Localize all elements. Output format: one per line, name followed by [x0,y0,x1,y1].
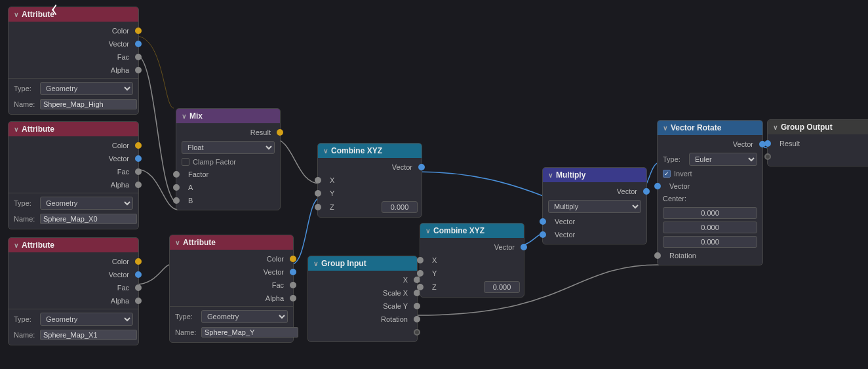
attr4-fac-socket[interactable] [290,282,296,288]
attr4-color-output: Color [170,252,293,265]
vr-invert-checkbox[interactable] [663,170,671,178]
multiply-type-select[interactable]: Multiply [548,200,641,213]
attr3-color-socket[interactable] [135,258,142,265]
attr1-name-input[interactable] [40,99,137,109]
collapse-icon-3[interactable]: ∨ [14,242,18,249]
attr2-fac-socket[interactable] [135,168,142,175]
attr3-alpha-output: Alpha [9,294,138,307]
gi-rotation-socket[interactable] [414,316,420,322]
attr3-vector-output: Vector [9,268,138,281]
vr-rotation-input: Rotation [658,249,762,262]
combine2-z-value[interactable] [484,281,520,293]
attr1-type-select[interactable]: Geometry [40,82,133,95]
mix-clamp-label: Clamp Factor [193,158,236,166]
mix-factor-socket[interactable] [173,171,180,178]
attribute-node-3[interactable]: ∨ Attribute Color Vector Fac Alpha Typ [8,237,139,345]
attr4-type-select[interactable]: Geometry [201,310,288,323]
attr1-alpha-socket[interactable] [135,67,142,73]
group-input-header: ∨ Group Input [308,256,417,271]
attribute-node-2[interactable]: ∨ Attribute Color Vector Fac Alpha Typ [8,121,139,229]
combine2-vector-socket[interactable] [521,244,527,250]
attr2-type-select[interactable]: Geometry [40,197,133,210]
gi-extra-socket[interactable] [414,329,420,336]
mix-clamp-checkbox[interactable] [182,158,189,166]
attribute-node-4[interactable]: ∨ Attribute Color Vector Fac Alpha Typ [169,235,294,343]
attr4-color-socket[interactable] [290,256,296,262]
mix-a-socket[interactable] [173,184,180,191]
combine1-vector-socket[interactable] [418,164,425,170]
combine-xyz-2-node[interactable]: ∨ Combine XYZ Vector X Y Z [420,223,524,298]
attr4-vector-socket[interactable] [290,269,296,275]
combine1-z-value[interactable] [382,201,418,213]
collapse-icon-multiply[interactable]: ∨ [548,172,553,179]
collapse-icon-vector-rotate[interactable]: ∨ [663,125,667,132]
attr4-alpha-socket[interactable] [290,295,296,301]
vr-rotation-socket[interactable] [654,252,661,259]
attr3-type-select[interactable]: Geometry [40,313,133,326]
collapse-icon-4[interactable]: ∨ [175,239,180,246]
attr2-name-input[interactable] [40,214,137,224]
group-output-node[interactable]: ∨ Group Output Result [767,119,868,166]
gi-x-output: X [308,273,417,286]
combine2-x-socket[interactable] [417,257,424,263]
attr1-fac-socket[interactable] [135,54,142,60]
vr-center-x[interactable] [663,207,757,219]
collapse-icon-mix[interactable]: ∨ [182,113,186,120]
attribute-node-1[interactable]: ∨ Attribute Color Vector Fac Alpha Typ [8,7,139,115]
vr-center-y[interactable] [663,222,757,233]
attr2-type-row: Type: Geometry [9,195,138,212]
collapse-icon-2[interactable]: ∨ [14,126,18,133]
attr1-type-row: Type: Geometry [9,80,138,97]
gi-scaley-output: Scale Y [308,300,417,313]
attr4-type-row: Type: Geometry [170,308,293,325]
multiply-node[interactable]: ∨ Multiply Vector Multiply Vector Vector [542,167,647,244]
attr1-color-socket[interactable] [135,28,142,34]
mix-result-socket[interactable] [277,129,283,136]
vector-rotate-node[interactable]: ∨ Vector Rotate Vector Type: Euler Inver… [657,120,763,265]
attr4-name-input[interactable] [201,327,298,338]
attr2-vector-socket[interactable] [135,155,142,162]
mix-type-select[interactable]: Float [182,141,275,154]
multiply-vec2-socket[interactable] [540,231,546,238]
go-result-socket[interactable] [764,140,771,147]
vr-center-y-row [658,220,762,235]
attr1-vector-socket[interactable] [135,41,142,47]
multiply-vector-out-socket[interactable] [643,188,650,195]
attr3-color-output: Color [9,255,138,268]
mix-type-row: Float [176,139,280,156]
mix-b-socket[interactable] [173,197,180,204]
attr3-name-input[interactable] [40,330,137,340]
combine-xyz-1-node[interactable]: ∨ Combine XYZ Vector X Y Z [317,143,422,218]
go-extra-socket[interactable] [764,153,771,160]
collapse-icon-group-input[interactable]: ∨ [313,260,318,267]
combine2-y-socket[interactable] [417,270,424,277]
combine2-x-input: X [420,254,524,267]
combine1-x-socket[interactable] [315,177,321,184]
attr3-vector-socket[interactable] [135,271,142,278]
collapse-icon-group-output[interactable]: ∨ [773,124,778,131]
collapse-icon-combine1[interactable]: ∨ [323,147,328,155]
attr3-fac-socket[interactable] [135,284,142,291]
attr2-color-socket[interactable] [135,142,142,149]
attr2-alpha-socket[interactable] [135,182,142,188]
gi-scaley-socket[interactable] [414,303,420,309]
combine1-z-socket[interactable] [315,204,321,210]
multiply-type-row: Multiply [543,198,646,215]
attribute-2-header: ∨ Attribute [9,122,138,136]
attr3-alpha-socket[interactable] [135,298,142,304]
vr-type-select[interactable]: Euler [689,153,757,166]
group-input-node[interactable]: ∨ Group Input X Scale X Scale Y Rotation [307,256,418,342]
collapse-icon-1[interactable]: ∨ [14,11,18,18]
multiply-vec1-socket[interactable] [540,218,546,225]
mix-node[interactable]: ∨ Mix Result Float Clamp Factor Factor [176,108,281,210]
combine1-vector-output: Vector [318,161,422,174]
vr-vector-in-socket[interactable] [654,183,661,189]
vr-center-z[interactable] [663,236,757,248]
node-canvas: ∨ Attribute Color Vector Fac Alpha Typ [0,0,868,369]
attr2-color-output: Color [9,139,138,152]
mix-factor-input: Factor [176,168,280,181]
combine2-y-input: Y [420,267,524,280]
combine2-z-socket[interactable] [417,284,424,290]
collapse-icon-combine2[interactable]: ∨ [425,227,430,235]
combine1-y-socket[interactable] [315,190,321,197]
